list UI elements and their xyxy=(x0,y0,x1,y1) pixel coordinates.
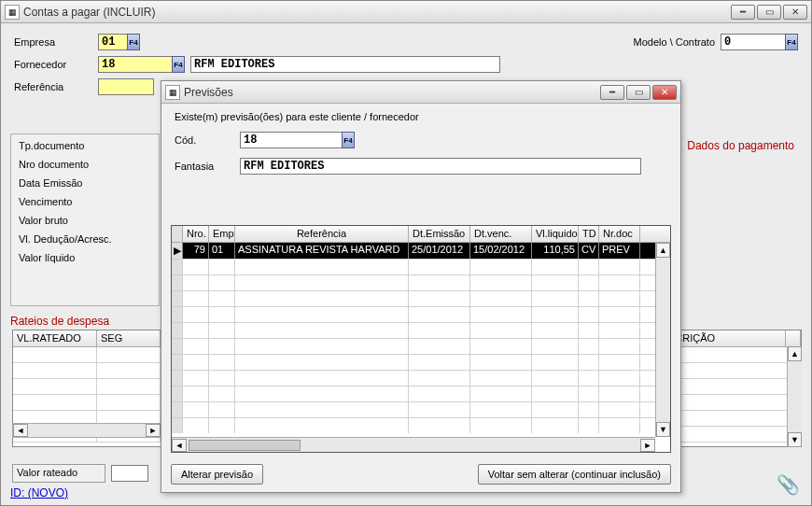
doc-info-box: Tp.documento Nro documento Data Emissão … xyxy=(10,134,160,306)
referencia-input[interactable] xyxy=(98,78,154,95)
dados-pagamento-label: Dados do pagamento xyxy=(687,139,794,152)
empresa-input[interactable]: 01 xyxy=(98,34,128,50)
right-grid-fragment[interactable]: SCRIÇÃO xyxy=(664,330,802,447)
scroll-right-icon[interactable]: ► xyxy=(640,439,655,452)
table-row[interactable] xyxy=(13,379,161,395)
valor-bruto-label: Valor bruto xyxy=(19,215,151,226)
scroll-down-icon[interactable]: ▼ xyxy=(788,432,802,447)
rateios-despesa-label: Rateios de despesa xyxy=(10,315,109,328)
table-row[interactable] xyxy=(13,395,161,411)
table-row[interactable] xyxy=(172,259,670,274)
cell-dt-venc: 15/02/2012 xyxy=(470,243,532,259)
col-seg[interactable]: SEG xyxy=(97,330,161,346)
col-descricao-frag[interactable]: SCRIÇÃO xyxy=(665,330,786,346)
close-button[interactable]: ✕ xyxy=(783,5,807,20)
valor-rateado-value[interactable] xyxy=(111,465,148,482)
table-row[interactable] xyxy=(665,411,801,427)
col-vl-liquido[interactable]: Vl.liquido xyxy=(532,226,579,242)
table-row[interactable] xyxy=(665,379,801,395)
rateios-hscroll[interactable]: ◄ ► xyxy=(12,423,161,438)
cod-label: Cód. xyxy=(175,134,240,146)
voltar-sem-alterar-button[interactable]: Voltar sem alterar (continuar inclusão) xyxy=(478,464,671,485)
cell-emp: 01 xyxy=(209,243,235,259)
contrato-lookup-icon[interactable]: F4 xyxy=(785,34,798,50)
fantasia-input[interactable]: RFM EDITORES xyxy=(240,158,641,175)
table-row[interactable] xyxy=(13,347,161,363)
empresa-label: Empresa xyxy=(14,36,98,48)
table-row[interactable] xyxy=(13,363,161,379)
cell-td: CV xyxy=(579,243,599,259)
table-row[interactable]: ▶ 79 01 ASSINATURA REVISTA HARVARD 25/01… xyxy=(172,243,670,259)
table-row[interactable] xyxy=(172,401,670,417)
table-row[interactable] xyxy=(665,395,801,411)
col-referencia[interactable]: Referência xyxy=(235,226,409,242)
scroll-left-icon[interactable]: ◄ xyxy=(13,424,28,437)
contrato-input[interactable]: 0 xyxy=(721,34,786,50)
scroll-left-icon[interactable]: ◄ xyxy=(172,439,187,452)
modal-maximize-button[interactable]: ▭ xyxy=(626,85,651,100)
modal-content: Existe(m) previsão(ões) para este client… xyxy=(161,104,680,492)
valor-rateado-label: Valor rateado xyxy=(12,464,105,483)
cod-lookup-icon[interactable]: F4 xyxy=(342,132,355,148)
table-row[interactable] xyxy=(665,347,801,363)
vl-deducao-label: Vl. Dedução/Acresc. xyxy=(19,233,151,245)
grid-vscroll[interactable]: ▲ ▼ xyxy=(655,243,670,437)
empresa-lookup-icon[interactable]: F4 xyxy=(127,34,140,50)
modal-titlebar: ▦ Previsões ━ ▭ ✕ xyxy=(161,81,680,104)
table-row[interactable] xyxy=(172,354,670,370)
table-row[interactable] xyxy=(172,370,670,386)
app-icon: ▦ xyxy=(5,5,20,20)
modal-close-button[interactable]: ✕ xyxy=(652,85,677,100)
col-nr-doc[interactable]: Nr.doc xyxy=(599,226,640,242)
col-nro[interactable]: Nro. xyxy=(183,226,209,242)
fornecedor-lookup-icon[interactable]: F4 xyxy=(172,56,185,73)
main-window-title: Contas a pagar (INCLUIR) xyxy=(23,6,731,19)
maximize-button[interactable]: ▭ xyxy=(757,5,781,20)
scroll-right-icon[interactable]: ► xyxy=(146,424,161,437)
modal-message: Existe(m) previsão(ões) para este client… xyxy=(175,111,419,122)
scroll-thumb[interactable] xyxy=(189,440,301,451)
minimize-button[interactable]: ━ xyxy=(731,5,755,20)
cell-vl-liquido: 110,55 xyxy=(532,243,579,259)
cod-input[interactable]: 18 xyxy=(240,132,343,148)
scroll-up-icon[interactable]: ▲ xyxy=(656,243,670,258)
table-row[interactable] xyxy=(172,306,670,322)
col-emp[interactable]: Emp xyxy=(209,226,235,242)
fornecedor-nome-input[interactable]: RFM EDITORES xyxy=(190,56,500,73)
nro-documento-label: Nro documento xyxy=(19,159,151,170)
vencimento-label: Vencimento xyxy=(19,196,151,207)
previsoes-dialog: ▦ Previsões ━ ▭ ✕ Existe(m) previsão(ões… xyxy=(161,80,681,493)
table-row[interactable] xyxy=(172,274,670,290)
scroll-up-icon[interactable]: ▲ xyxy=(788,346,802,361)
alterar-previsao-button[interactable]: Alterar previsão xyxy=(171,464,263,485)
referencia-label: Referência xyxy=(14,81,98,92)
modelo-contrato-label: Modelo \ Contrato xyxy=(634,36,715,48)
col-vl-rateado[interactable]: VL.RATEADO xyxy=(13,330,97,346)
modal-title: Previsões xyxy=(184,86,600,99)
modal-minimize-button[interactable]: ━ xyxy=(600,85,624,100)
col-dt-venc[interactable]: Dt.venc. xyxy=(470,226,532,242)
col-dt-emissao[interactable]: Dt.Emissão xyxy=(409,226,470,242)
main-titlebar: ▦ Contas a pagar (INCLUIR) ━ ▭ ✕ xyxy=(1,1,811,23)
valor-liquido-label: Valor líquido xyxy=(19,252,151,263)
previsoes-grid[interactable]: Nro. Emp Referência Dt.Emissão Dt.venc. … xyxy=(171,225,671,453)
grid-hscroll[interactable]: ◄ ► xyxy=(172,437,655,452)
table-row[interactable] xyxy=(665,427,801,443)
table-row[interactable] xyxy=(172,386,670,401)
cell-dt-emissao: 25/01/2012 xyxy=(409,243,470,259)
table-row[interactable] xyxy=(665,363,801,379)
fornecedor-input[interactable]: 18 xyxy=(98,56,173,73)
table-row[interactable] xyxy=(172,417,670,433)
table-row[interactable] xyxy=(172,338,670,354)
table-row[interactable] xyxy=(172,322,670,338)
dialog-icon: ▦ xyxy=(165,85,180,100)
col-td[interactable]: TD xyxy=(579,226,599,242)
attachment-icon[interactable]: 📎 xyxy=(777,473,800,496)
scroll-down-icon[interactable]: ▼ xyxy=(656,422,670,437)
fantasia-label: Fantasia xyxy=(175,161,240,172)
table-row[interactable] xyxy=(172,290,670,306)
right-grid-vscroll[interactable]: ▲ ▼ xyxy=(787,346,802,447)
data-emissao-label: Data Emissão xyxy=(19,177,151,189)
id-link[interactable]: ID: (NOVO) xyxy=(10,486,68,499)
cell-nr-doc: PREV xyxy=(599,243,640,259)
